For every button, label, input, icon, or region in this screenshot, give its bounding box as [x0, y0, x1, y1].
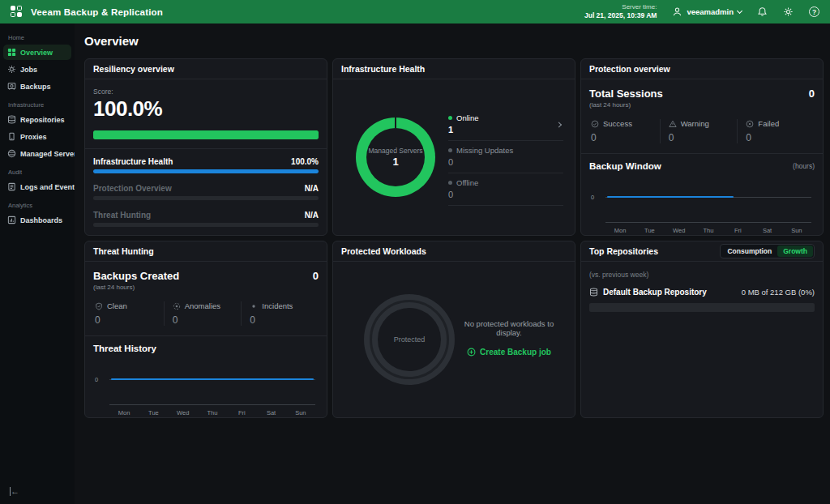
page-title: Overview	[84, 34, 824, 48]
sidebar-item-repositories[interactable]: Repositories	[3, 112, 71, 127]
sidebar-item-dashboards[interactable]: Dashboards	[3, 212, 71, 228]
score-progress-bar	[93, 130, 319, 139]
protected-workloads-donut-chart: Protected	[364, 294, 455, 385]
legend-label: Missing Updates	[456, 146, 513, 155]
metric-value: N/A	[305, 184, 319, 193]
warning-triangle-icon	[669, 120, 677, 128]
managed-servers-donut-chart: Managed Servers 1	[356, 117, 435, 197]
server-time-label: Server time:	[584, 3, 657, 11]
gear-icon	[7, 65, 16, 74]
sidebar-section-home: Home	[0, 28, 75, 44]
user-name: veeamadmin	[687, 7, 734, 16]
offline-dot-icon	[448, 181, 452, 185]
stat-label: Success	[603, 119, 632, 128]
scan-anomaly-icon	[173, 302, 181, 310]
repository-usage: 0 MB of 212 GB (0%)	[742, 288, 815, 297]
legend-item-offline[interactable]: Offline 0	[448, 173, 563, 206]
check-circle-icon	[591, 120, 599, 128]
sidebar-item-label: Overview	[20, 49, 53, 57]
toggle-option-consumption[interactable]: Consumption	[721, 246, 777, 257]
x-circle-icon	[746, 120, 754, 128]
help-button[interactable]: ?	[809, 6, 819, 17]
stat-value: 0	[591, 132, 660, 143]
stat-warning: Warning 0	[660, 119, 738, 143]
metric-progress-bar	[93, 169, 319, 173]
card-infrastructure-health: Infrastructure Health Managed Servers 1 …	[332, 58, 575, 236]
x-axis-labels: MonTueWedThuFriSatSun	[605, 227, 811, 234]
create-backup-job-link[interactable]: Create Backup job	[467, 348, 551, 357]
metric-progress-bar	[93, 196, 319, 200]
chart-title: Backup Window	[589, 161, 661, 171]
stat-label: Failed	[758, 119, 779, 128]
legend-label: Offline	[456, 178, 478, 187]
user-icon	[672, 6, 682, 17]
repository-name: Default Backup Repository	[603, 288, 737, 297]
stat-success: Success 0	[589, 119, 660, 143]
stat-value: 0	[746, 132, 815, 143]
settings-button[interactable]	[783, 6, 794, 17]
stat-label: Warning	[681, 119, 709, 128]
safe-icon	[7, 82, 16, 91]
notifications-button[interactable]	[757, 6, 768, 17]
metric-value: 100.0%	[291, 157, 319, 166]
stat-incidents: Incidents 0	[241, 301, 319, 326]
sidebar-item-jobs[interactable]: Jobs	[3, 62, 71, 77]
grid-icon	[7, 48, 16, 57]
y-axis-tick: 0	[95, 376, 98, 383]
collapse-sidebar-button[interactable]: ←	[10, 487, 19, 496]
stat-value: 0	[95, 314, 164, 326]
empty-state-message: No protected workloads to display.	[455, 319, 563, 337]
donut-label: Protected	[394, 335, 426, 344]
card-resiliency-overview: Resiliency overview Score: 100.0% Infras…	[84, 58, 327, 236]
sidebar-item-overview[interactable]: Overview	[3, 45, 71, 60]
legend-item-online[interactable]: Online 1	[448, 109, 563, 141]
card-title: Resiliency overview	[93, 64, 174, 74]
sidebar-item-label: Backups	[20, 83, 51, 91]
legend-value: 0	[448, 157, 563, 167]
app-title: Veeam Backup & Replication	[31, 7, 163, 17]
card-protection-overview: Protection overview Total Sessions 0 (la…	[580, 58, 824, 236]
metric-threat-hunting: Threat Hunting N/A	[93, 211, 319, 227]
backup-window-chart: 0 MonTueWedThuFriSatSun	[589, 173, 815, 234]
total-sessions-sublabel: (last 24 hours)	[589, 101, 815, 109]
repository-icon	[589, 288, 598, 297]
sidebar-item-label: Jobs	[20, 66, 37, 74]
sidebar-item-label: Managed Servers	[20, 150, 81, 158]
card-threat-hunting: Threat Hunting Backups Created 0 (last 2…	[84, 241, 327, 418]
plus-circle-icon	[467, 348, 476, 357]
legend-item-missing-updates[interactable]: Missing Updates 0	[448, 141, 563, 173]
consumption-growth-toggle: Consumption Growth	[720, 244, 815, 258]
repositories-sublabel: (vs. previous week)	[589, 271, 815, 279]
repository-row[interactable]: Default Backup Repository 0 MB of 212 GB…	[589, 288, 815, 297]
stat-label: Incidents	[262, 301, 293, 310]
stat-value: 0	[250, 314, 319, 326]
score-value: 100.0%	[93, 96, 319, 122]
server-time: Server time: Jul 21, 2025, 10:39 AM	[584, 3, 657, 20]
document-icon	[7, 182, 16, 191]
sidebar-section-infrastructure: Infrastructure	[0, 95, 75, 111]
chart-unit: (hours)	[793, 162, 815, 170]
veeam-logo-icon	[11, 6, 23, 18]
toggle-option-growth[interactable]: Growth	[777, 246, 813, 257]
legend-value: 0	[448, 190, 563, 199]
card-title: Protection overview	[589, 64, 670, 74]
total-sessions-value: 0	[809, 88, 815, 100]
metric-protection-overview: Protection Overview N/A	[93, 184, 319, 200]
dashboard-icon	[7, 216, 16, 224]
backups-created-sublabel: (last 24 hours)	[93, 284, 319, 291]
sidebar-item-label: Proxies	[20, 133, 47, 141]
stat-label: Clean	[107, 301, 127, 310]
health-legend: Online 1 Missing Updates 0 Offline 0	[448, 109, 563, 206]
stat-value: 0	[173, 314, 242, 326]
card-title: Top Repositories	[589, 246, 658, 256]
user-menu[interactable]: veeamadmin	[672, 6, 742, 17]
sidebar-item-label: Dashboards	[20, 216, 62, 224]
main-content: Overview Resiliency overview Score: 100.…	[75, 23, 830, 504]
sidebar-item-proxies[interactable]: Proxies	[3, 129, 71, 144]
threat-history-chart: 0 MonTueWedThuFriSatSun	[93, 355, 319, 416]
sidebar-item-backups[interactable]: Backups	[3, 79, 71, 94]
sidebar-item-logs-and-events[interactable]: Logs and Events	[3, 179, 71, 194]
proxy-icon	[7, 132, 16, 141]
sidebar-item-managed-servers[interactable]: Managed Servers	[3, 146, 71, 161]
card-title: Protected Workloads	[341, 246, 426, 256]
